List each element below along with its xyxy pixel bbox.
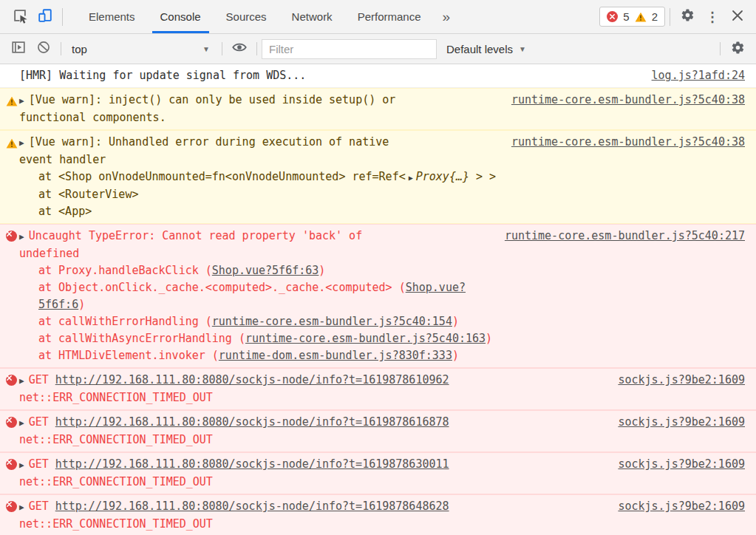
component-trace-text: at <App> [38,205,92,218]
live-expression-button[interactable] [227,36,252,61]
log-text: [HMR] Waiting for update signal from WDS… [19,69,306,82]
source-link[interactable]: runtime-core.esm-bundler.js?5c40:38 [511,92,756,109]
expand-arrow-icon[interactable]: ▶ [19,138,24,148]
request-method: GET [29,415,49,429]
stack-frame-text: ) [78,298,85,311]
toolbar-separator [670,8,670,26]
eye-icon [231,39,248,58]
expand-arrow-icon[interactable]: ▶ [409,174,413,182]
stack-frame-text: ) [486,332,492,345]
tab-label: Performance [358,10,421,23]
network-error-text: net::ERR_CONNECTION_TIMED_OUT [19,433,213,446]
source-link[interactable]: sockjs.js?9be2:1609 [618,414,756,431]
stack-frame-text: at HTMLDivElement.invoker ( [38,349,219,362]
stack-frame-link[interactable]: runtime-core.esm-bundler.js?5c40:163 [245,332,486,345]
more-tabs-icon: » [443,9,451,25]
console-message-network-error: ▶GEThttp://192.168.111.80:8080/sockjs-no… [0,368,756,410]
log-levels-dropdown[interactable]: Default levels ▼ [446,43,526,55]
stack-frame-link[interactable]: runtime-dom.esm-bundler.js?830f:333 [219,349,452,362]
object-preview[interactable]: Proxy [416,170,449,183]
tab-label: Sources [226,10,267,23]
inspect-element-button[interactable] [7,4,33,30]
tab-label: Elements [89,10,135,23]
chevron-down-icon: ▼ [519,45,526,53]
javascript-context-selector[interactable]: top ▼ [66,39,217,58]
network-error-text: net::ERR_CONNECTION_TIMED_OUT [19,517,213,531]
console-toolbar: top ▼ Default levels ▼ [0,34,756,64]
stack-frame-text: at Object.onClick._cache.<computed>._cac… [38,281,406,294]
console-sidebar-toggle[interactable] [6,36,31,61]
request-url-link[interactable]: http://192.168.111.80:8080/sockjs-node/i… [55,457,449,471]
device-toolbar-toggle[interactable] [33,4,58,30]
warning-count: 2 [652,10,658,23]
request-method: GET [29,373,49,386]
console-message-network-error: ▶GEThttp://192.168.111.80:8080/sockjs-no… [0,494,756,535]
device-toolbar-icon [37,7,53,27]
tab-performance[interactable]: Performance [345,0,434,33]
console-message-error: ▶Uncaught TypeError: Cannot read propert… [0,224,756,368]
request-url-link[interactable]: http://192.168.111.80:8080/sockjs-node/i… [55,500,449,513]
request-url-link[interactable]: http://192.168.111.80:8080/sockjs-node/i… [55,415,449,429]
clear-console-icon [36,40,51,58]
component-trace-text: at <Shop onVnodeUnmounted=fn<onVnodeUnmo… [38,170,406,183]
warning-text: functional components. [19,111,166,124]
tab-label: Console [160,10,201,23]
toolbar-separator [720,42,721,55]
clear-console-button[interactable] [31,36,56,61]
source-link[interactable]: runtime-core.esm-bundler.js?5c40:217 [505,228,756,245]
toolbar-separator [222,42,222,55]
network-error-text: net::ERR_CONNECTION_TIMED_OUT [19,391,213,404]
filter-input[interactable] [262,39,437,59]
console-message-warning: ▶[Vue warn]: inject() can only be used i… [0,88,756,130]
close-devtools-button[interactable] [725,4,750,30]
stack-frame-text: ) [319,264,325,277]
source-link[interactable]: log.js?1afd:24 [652,67,756,84]
warning-text: event handler [19,153,106,166]
stack-frame-text: at Proxy.handleBackClick ( [38,264,212,277]
inspect-cursor-icon [12,7,28,27]
request-url-link[interactable]: http://192.168.111.80:8080/sockjs-node/i… [55,373,449,386]
overflow-menu-icon: ⋮ [706,9,719,25]
tab-sources[interactable]: Sources [214,0,279,33]
chevron-down-icon: ▼ [202,45,210,53]
stack-frame-text: at callWithAsyncErrorHandling ( [38,332,245,345]
stack-frame-link[interactable]: runtime-core.esm-bundler.js?5c40:154 [212,315,452,328]
source-link[interactable]: sockjs.js?9be2:1609 [618,456,756,473]
expand-arrow-icon[interactable]: ▶ [19,376,24,386]
stack-frame-text: ) [452,315,459,328]
expand-arrow-icon[interactable]: ▶ [19,502,24,512]
expand-arrow-icon[interactable]: ▶ [19,460,24,470]
overflow-menu-button[interactable]: ⋮ [700,4,725,30]
error-count-icon [607,11,618,22]
warning-icon [6,137,18,154]
console-sidebar-icon [10,39,27,58]
stack-frame-text: ) [452,349,459,362]
console-settings-button[interactable] [725,36,750,61]
source-link[interactable]: runtime-core.esm-bundler.js?5c40:38 [511,134,756,151]
network-error-text: net::ERR_CONNECTION_TIMED_OUT [19,475,213,488]
tab-label: Network [292,10,333,23]
message-gutter [0,67,19,70]
settings-button[interactable] [675,4,700,30]
gear-icon [681,8,695,25]
request-method: GET [29,457,49,471]
expand-arrow-icon[interactable]: ▶ [19,418,24,428]
error-icon [6,501,17,512]
source-link[interactable]: sockjs.js?9be2:1609 [618,498,756,515]
issues-badge[interactable]: 5 2 [599,7,665,27]
tab-console[interactable]: Console [148,0,214,33]
tab-elements[interactable]: Elements [76,0,148,33]
more-tabs-button[interactable]: » [434,0,460,33]
warning-text: [Vue warn]: Unhandled error during execu… [29,135,389,149]
expand-arrow-icon[interactable]: ▶ [19,96,24,106]
console-log: [HMR] Waiting for update signal from WDS… [0,64,756,535]
error-icon [6,231,17,242]
error-icon [6,459,17,470]
error-count: 5 [623,10,629,23]
console-message-network-error: ▶GEThttp://192.168.111.80:8080/sockjs-no… [0,452,756,494]
expand-arrow-icon[interactable]: ▶ [19,232,24,242]
stack-frame-link[interactable]: Shop.vue?5f6f:63 [212,264,319,277]
tab-network[interactable]: Network [279,0,345,33]
close-icon [732,10,743,24]
source-link[interactable]: sockjs.js?9be2:1609 [618,372,756,389]
